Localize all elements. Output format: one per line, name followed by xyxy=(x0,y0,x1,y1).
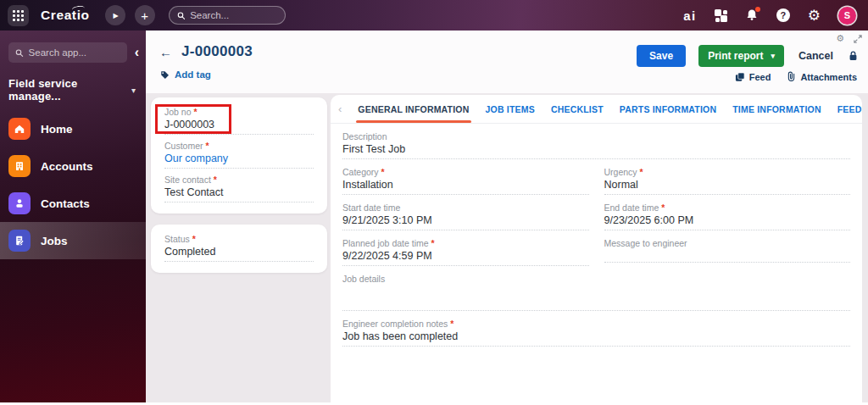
field-value[interactable]: 9/21/2025 3:10 PM xyxy=(342,213,589,230)
field-start-date-time: Start date time 9/21/2025 3:10 PM xyxy=(342,202,589,230)
field-label: Status xyxy=(164,234,314,244)
field-value[interactable] xyxy=(604,248,851,263)
tab-feedback[interactable]: FEEDE xyxy=(837,104,862,114)
feed-label: Feed xyxy=(749,72,771,82)
marketplace-apps-icon[interactable] xyxy=(715,9,727,22)
quick-add-button[interactable]: + xyxy=(135,5,155,25)
print-report-label: Print report xyxy=(708,50,763,62)
attachments-button[interactable]: Attachments xyxy=(787,71,857,82)
sidebar-item-home[interactable]: Home xyxy=(0,110,146,147)
field-label: Category xyxy=(342,167,589,177)
field-label: Engineer completion notes xyxy=(342,319,850,329)
search-icon xyxy=(177,11,186,20)
building-icon xyxy=(8,155,31,177)
back-button[interactable]: ← xyxy=(159,45,172,59)
field-label: Site contact xyxy=(164,175,314,185)
field-value[interactable]: Installation xyxy=(342,177,589,195)
sidebar-item-label: Contacts xyxy=(41,197,90,210)
sidebar-item-label: Jobs xyxy=(41,235,68,247)
plus-icon: + xyxy=(141,8,148,23)
global-search-input[interactable] xyxy=(190,10,276,20)
tag-icon xyxy=(160,70,170,80)
field-site-contact: Site contact Test Contact xyxy=(164,175,314,202)
record-detail-panel: ‹ GENERAL INFORMATION JOB ITEMS CHECKLIS… xyxy=(331,95,862,405)
page-settings-button[interactable]: ⚙ xyxy=(836,34,844,43)
top-bar: Creatio ▶ + ai ? ⚙ S xyxy=(0,0,868,31)
paperclip-icon xyxy=(787,71,796,82)
field-label: Urgency xyxy=(604,167,851,177)
field-job-no: Job no J-0000003 xyxy=(164,107,314,135)
help-button[interactable]: ? xyxy=(776,8,790,22)
field-category: Category Installation xyxy=(342,167,589,195)
record-content: Job no J-0000003 Customer Our company Si… xyxy=(146,93,868,405)
sidebar-collapse-button[interactable]: ‹ xyxy=(135,46,139,59)
field-engineer-completion-notes: Engineer completion notes Job has been c… xyxy=(342,319,850,347)
notification-badge-dot xyxy=(755,7,760,12)
field-customer: Customer Our company xyxy=(164,141,314,169)
field-value[interactable]: Completed xyxy=(164,244,314,262)
field-planned-job-date-time: Planned job date time 9/22/2025 4:59 PM xyxy=(342,238,589,266)
system-settings-button[interactable]: ⚙ xyxy=(808,8,821,23)
field-value[interactable]: First Test Job xyxy=(342,141,850,159)
topbar-actions: ai ? ⚙ S xyxy=(683,7,856,25)
tab-checklist[interactable]: CHECKLIST xyxy=(551,104,604,114)
tab-job-items[interactable]: JOB ITEMS xyxy=(486,104,535,114)
print-report-button[interactable]: Print report ▾ xyxy=(698,45,784,67)
tabs-scroll-left-button[interactable]: ‹ xyxy=(338,103,342,114)
tab-time-information[interactable]: TIME INFORMATION xyxy=(732,104,821,114)
add-tag-label: Add tag xyxy=(175,69,211,80)
field-value[interactable]: Test Contact xyxy=(164,185,314,202)
app-launcher-button[interactable] xyxy=(8,5,29,26)
process-run-button[interactable]: ▶ xyxy=(105,5,125,25)
field-urgency: Urgency Normal xyxy=(604,167,851,195)
sidebar-item-label: Accounts xyxy=(41,160,93,173)
tab-general-information[interactable]: GENERAL INFORMATION xyxy=(358,104,469,114)
main-area: ← J-0000003 Add tag ⚙ Save Print report … xyxy=(146,31,868,405)
chevron-left-icon: ‹ xyxy=(338,103,342,115)
save-button[interactable]: Save xyxy=(637,45,686,67)
field-value[interactable] xyxy=(342,284,850,311)
global-search[interactable] xyxy=(169,6,286,25)
field-label: Customer xyxy=(164,141,314,151)
chevron-left-icon: ‹ xyxy=(135,45,139,59)
sidebar-item-accounts[interactable]: Accounts xyxy=(0,147,146,185)
field-value[interactable]: Normal xyxy=(604,177,851,195)
sidebar-item-jobs[interactable]: Jobs xyxy=(0,222,146,259)
sidebar-item-contacts[interactable]: Contacts xyxy=(0,185,146,222)
back-arrow-icon: ← xyxy=(159,45,172,59)
field-end-date-time: End date time 9/23/2025 6:00 PM xyxy=(604,202,851,230)
field-value-link[interactable]: Our company xyxy=(164,151,314,169)
record-profile-card: Job no J-0000003 Customer Our company Si… xyxy=(151,97,327,214)
app-search[interactable] xyxy=(8,42,127,63)
field-description: Description First Test Job xyxy=(342,131,850,159)
field-value[interactable]: Job has been completed xyxy=(342,329,850,347)
grid-dots-icon xyxy=(13,10,24,21)
field-message-to-engineer: Message to engineer xyxy=(604,238,851,266)
field-status: Status Completed xyxy=(164,234,314,262)
creatio-logo: Creatio xyxy=(41,8,90,23)
expand-icon[interactable] xyxy=(854,35,862,43)
field-label: Job details xyxy=(342,274,850,284)
sidebar-item-label: Home xyxy=(41,123,73,136)
sidebar: ‹ Field service manage... ▾ Home Account… xyxy=(0,31,146,402)
lock-icon[interactable] xyxy=(848,50,859,62)
creatio-ai-button[interactable]: ai xyxy=(683,8,697,23)
workspace-title: Field service manage... xyxy=(8,77,131,103)
general-information-form: Description First Test Job Category Inst… xyxy=(331,124,862,354)
field-value[interactable]: 9/22/2025 4:59 PM xyxy=(342,248,589,266)
record-header: ← J-0000003 Add tag ⚙ Save Print report … xyxy=(146,31,868,93)
workspace-selector[interactable]: Field service manage... ▾ xyxy=(8,77,136,103)
record-summary-column: Job no J-0000003 Customer Our company Si… xyxy=(151,97,327,273)
field-value[interactable]: J-0000003 xyxy=(164,117,314,135)
cancel-button[interactable]: Cancel xyxy=(797,45,835,67)
feed-icon xyxy=(735,72,745,82)
field-value[interactable]: 9/23/2025 6:00 PM xyxy=(604,213,851,230)
tab-parts-information[interactable]: PARTS INFORMATION xyxy=(620,104,716,114)
add-tag-button[interactable]: Add tag xyxy=(160,69,211,80)
field-label: Job no xyxy=(164,107,314,117)
feed-button[interactable]: Feed xyxy=(735,72,771,82)
app-search-input[interactable] xyxy=(29,47,120,58)
user-avatar[interactable]: S xyxy=(838,7,856,25)
notifications-button[interactable] xyxy=(745,8,759,22)
field-label: Description xyxy=(342,131,850,141)
